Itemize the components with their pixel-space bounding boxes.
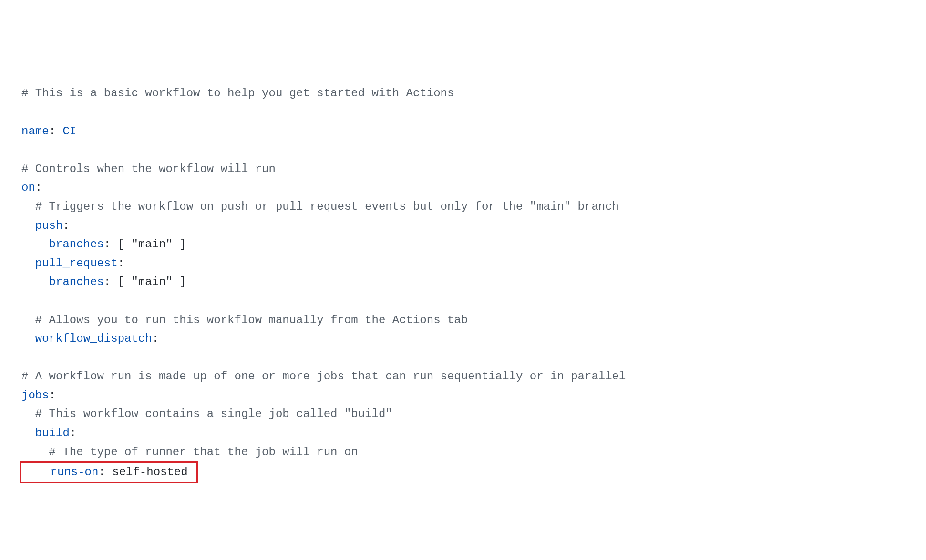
code-key: runs-on — [51, 466, 99, 479]
code-colon: : — [62, 219, 69, 232]
code-value: self-hosted — [105, 466, 188, 479]
code-key: build — [35, 427, 70, 439]
code-key: name — [21, 125, 49, 138]
code-colon: : — [98, 466, 105, 479]
code-value: CI — [56, 125, 76, 138]
code-key: branches — [49, 275, 104, 288]
code-comment: # Triggers the workflow on push or pull … — [35, 200, 619, 213]
code-colon: : — [49, 125, 56, 138]
code-colon: : — [104, 275, 111, 288]
highlighted-box: runs-on: self-hosted — [20, 461, 198, 483]
code-key: push — [35, 219, 63, 232]
code-colon: : — [118, 257, 124, 270]
code-key: jobs — [21, 389, 49, 402]
code-key: pull_request — [35, 257, 118, 270]
code-comment: # Controls when the workflow will run — [21, 163, 276, 175]
code-colon: : — [35, 181, 42, 194]
code-comment: # Allows you to run this workflow manual… — [35, 314, 468, 326]
code-comment: # A workflow run is made up of one or mo… — [21, 370, 626, 383]
code-comment: # The type of runner that the job will r… — [49, 446, 358, 458]
yaml-code-block: # This is a basic workflow to help you g… — [21, 84, 905, 483]
code-colon: : — [70, 427, 76, 439]
code-comment: # This workflow contains a single job ca… — [35, 407, 392, 420]
code-key: workflow_dispatch — [35, 332, 152, 345]
code-key: branches — [49, 238, 104, 251]
code-value: [ "main" ] — [111, 238, 186, 251]
code-colon: : — [104, 238, 111, 251]
code-value: [ "main" ] — [111, 275, 186, 288]
code-colon: : — [49, 389, 56, 402]
code-key: on — [21, 181, 35, 194]
code-colon: : — [152, 332, 159, 345]
code-comment: # This is a basic workflow to help you g… — [21, 87, 454, 100]
